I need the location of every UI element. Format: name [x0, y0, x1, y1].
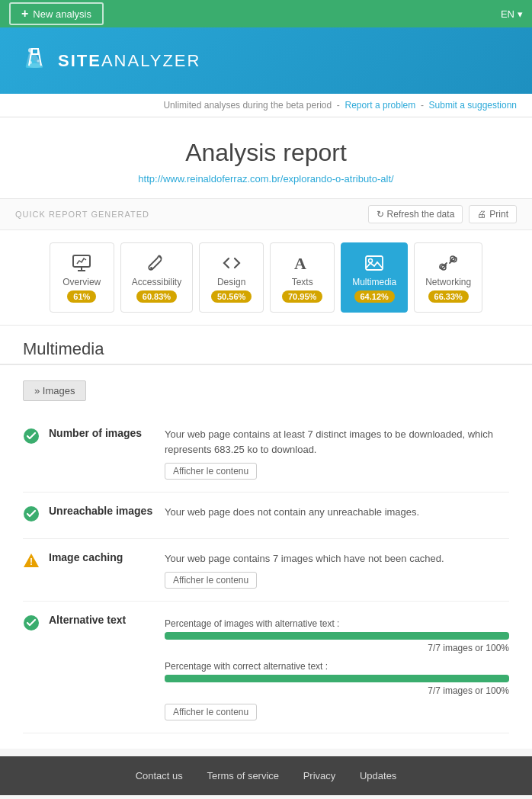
footer-contact-link[interactable]: Contact us: [136, 770, 183, 781]
plus-icon: +: [21, 7, 28, 21]
quick-report-label: QUICK REPORT GENERATED: [15, 210, 149, 219]
check-number-of-images: Number of images Your web page contains …: [23, 415, 509, 493]
refresh-icon: ↻: [377, 209, 384, 220]
print-button[interactable]: 🖨 Print: [469, 205, 517, 223]
tab-multimedia[interactable]: Multimedia 64.12%: [341, 242, 408, 313]
check-unreachable-images-desc: Your web page does not contain any unrea…: [165, 505, 509, 520]
check-number-of-images-content: Your web page contains at least 7 distin…: [165, 427, 509, 480]
svg-rect-11: [366, 256, 383, 270]
monitor-icon: [72, 252, 91, 274]
check-unreachable-images-content: Your web page does not contain any unrea…: [165, 505, 509, 526]
tab-overview[interactable]: Overview 61%: [50, 242, 114, 313]
check-alternative-text: Alternative text Percentage of images wi…: [23, 602, 509, 733]
footer-updates-link[interactable]: Updates: [360, 770, 396, 781]
check-number-of-images-desc: Your web page contains at least 7 distin…: [165, 427, 509, 457]
svg-text:!: !: [30, 557, 33, 567]
report-title-section: Analysis report http://www.reinaldoferra…: [0, 117, 532, 199]
image-icon: [364, 252, 384, 274]
tab-overview-label: Overview: [62, 277, 101, 287]
tab-design-score: 50.56%: [211, 290, 252, 303]
logo-bold: SITE: [58, 51, 101, 70]
tab-design-label: Design: [217, 277, 245, 287]
tab-design[interactable]: Design 50.56%: [199, 242, 264, 313]
wrench-icon: [146, 252, 166, 274]
tab-accessibility-score: 60.83%: [136, 290, 177, 303]
check-ok-icon: [23, 428, 40, 444]
progress-section-2: Percentage with correct alternative text…: [165, 661, 509, 696]
tab-multimedia-score: 64.12%: [354, 290, 395, 303]
site-header: SITEANALYZER: [0, 27, 532, 94]
report-title: Analysis report: [15, 139, 517, 167]
new-analysis-button[interactable]: + New analysis: [9, 2, 104, 25]
check-unreachable-images: Unreachable images Your web page does no…: [23, 493, 509, 539]
logo-text: SITEANALYZER: [58, 51, 200, 71]
check-ok-icon-2: [23, 505, 40, 522]
check-image-caching-content: Your web page contains 7 images which ha…: [165, 551, 509, 589]
images-subsection: » Images Number of images Your web page …: [0, 365, 532, 749]
check-number-of-images-label: Number of images: [49, 427, 155, 439]
info-bar: Unlimited analyses during the beta perio…: [0, 94, 532, 117]
progress2-bar-fill: [165, 675, 509, 682]
svg-text:A: A: [294, 254, 306, 273]
afficher-image-caching-button[interactable]: Afficher le contenu: [165, 572, 257, 589]
lang-label: EN: [501, 8, 514, 20]
tab-texts-label: Texts: [292, 277, 313, 287]
link-icon: [438, 252, 458, 274]
afficher-alternative-text-button[interactable]: Afficher le contenu: [165, 704, 257, 720]
tab-texts[interactable]: A Texts 70.95%: [270, 242, 335, 313]
top-bar: + New analysis EN ▾: [0, 0, 532, 27]
svg-point-9: [150, 267, 152, 269]
footer-privacy-link[interactable]: Privacy: [303, 770, 336, 781]
language-selector[interactable]: EN ▾: [501, 8, 523, 20]
quick-report-actions: ↻ Refresh the data 🖨 Print: [368, 205, 517, 223]
section-title: Multimedia: [0, 326, 532, 365]
subsection-header: » Images: [23, 380, 86, 401]
refresh-button[interactable]: ↻ Refresh the data: [368, 205, 463, 223]
check-image-caching: ! Image caching Your web page contains 7…: [23, 539, 509, 602]
footer: Contact us Terms of service Privacy Upda…: [0, 756, 532, 795]
main-content: Analysis report http://www.reinaldoferra…: [0, 117, 532, 749]
check-alternative-text-content: Percentage of images with alternative te…: [165, 614, 509, 720]
info-text: Unlimited analyses during the beta perio…: [163, 100, 332, 111]
submit-suggestion-link[interactable]: Submit a suggestionn: [429, 100, 517, 111]
tab-networking-score: 66.33%: [428, 290, 469, 303]
check-image-caching-label: Image caching: [49, 551, 155, 563]
code-icon: [222, 252, 242, 274]
tab-accessibility-label: Accessibility: [132, 277, 181, 287]
svg-rect-6: [73, 255, 90, 267]
print-label: Print: [489, 209, 508, 220]
svg-point-3: [27, 63, 43, 68]
check-ok-icon-3: [23, 614, 40, 631]
check-alternative-text-label: Alternative text: [49, 614, 155, 626]
check-image-caching-desc: Your web page contains 7 images which ha…: [165, 551, 509, 566]
logo: SITEANALYZER: [23, 44, 200, 77]
progress-section-1: Percentage of images with alternative te…: [165, 618, 509, 653]
progress2-value: 7/7 images or 100%: [165, 685, 509, 696]
report-problem-link[interactable]: Report a problem: [345, 100, 416, 111]
svg-point-12: [369, 259, 373, 263]
new-analysis-label: New analysis: [33, 8, 91, 20]
flask-icon: [23, 44, 50, 77]
logo-light: ANALYZER: [101, 51, 201, 70]
afficher-number-of-images-button[interactable]: Afficher le contenu: [165, 463, 257, 480]
category-tabs: Overview 61% Accessibility 60.83%: [0, 230, 532, 326]
quick-report-bar: QUICK REPORT GENERATED ↻ Refresh the dat…: [0, 199, 532, 230]
tab-multimedia-label: Multimedia: [352, 277, 396, 287]
warn-icon: !: [23, 552, 40, 569]
typography-icon: A: [293, 252, 312, 274]
check-unreachable-images-label: Unreachable images: [49, 505, 155, 517]
progress1-value: 7/7 images or 100%: [165, 643, 509, 653]
tab-overview-score: 61%: [67, 290, 96, 303]
progress2-label: Percentage with correct alternative text…: [165, 661, 509, 672]
refresh-label: Refresh the data: [387, 209, 455, 220]
tab-networking[interactable]: Networking 66.33%: [414, 242, 482, 313]
tab-accessibility[interactable]: Accessibility 60.83%: [120, 242, 193, 313]
chevron-down-icon: ▾: [518, 8, 523, 20]
progress1-bar-fill: [165, 632, 509, 640]
print-icon: 🖨: [477, 209, 486, 220]
footer-terms-link[interactable]: Terms of service: [207, 770, 279, 781]
progress1-bar-container: [165, 632, 509, 640]
tab-networking-label: Networking: [425, 277, 471, 287]
report-url: http://www.reinaldoferraz.com.br/explora…: [15, 173, 517, 185]
svg-point-4: [29, 61, 32, 64]
